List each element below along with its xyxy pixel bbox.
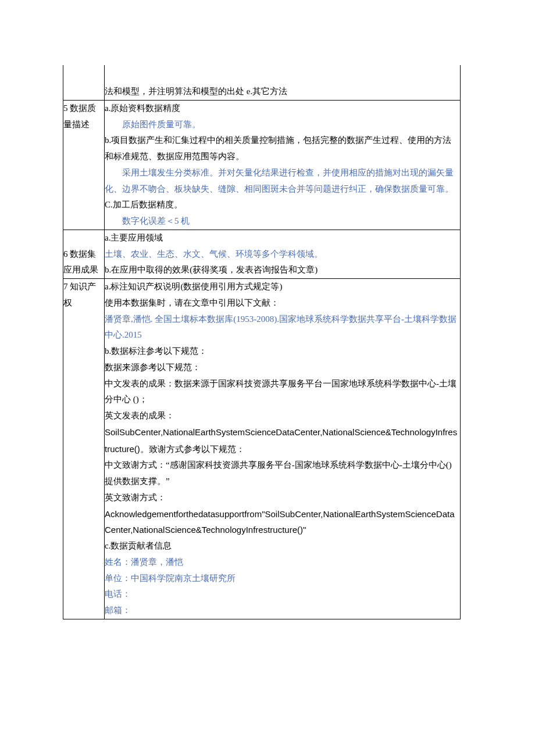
row5-a-label: a.原始资料数据精度 bbox=[105, 101, 458, 117]
row7-c-label: c.数据贡献者信息 bbox=[105, 538, 458, 554]
row7-b-cn-source: 中文发表的成果：数据来源于国家科技资源共享服务平台一国家地球系统科学数据中心-土… bbox=[105, 376, 458, 409]
row5-c-value: 数字化误差＜5 机 bbox=[105, 213, 458, 230]
row-7-label: 7 知识产权 bbox=[63, 282, 96, 307]
row-6: 6 数据集应用成果 a.主要应用领域 土壤、农业、生态、水文、气候、环境等多个学… bbox=[63, 230, 461, 278]
row-7: 7 知识产权 a.标注知识产权说明(数据使用引用方式规定等) 使用本数据集时，请… bbox=[63, 279, 461, 619]
row7-b-source-ref: 数据来源参考以下规范： bbox=[105, 360, 458, 376]
row7-b-en-label: 英文发表的成果： bbox=[105, 408, 458, 424]
row-7-content-cell: a.标注知识产权说明(数据使用引用方式规定等) 使用本数据集时，请在文章中引用以… bbox=[105, 279, 461, 619]
metadata-table: 法和模型，并注明算法和模型的出处 e.其它方法 5 数据质量描述 a.原始资料数… bbox=[63, 65, 461, 619]
row-4-content-cell: 法和模型，并注明算法和模型的出处 e.其它方法 bbox=[105, 65, 461, 100]
row-7-label-cell: 7 知识产权 bbox=[63, 279, 105, 619]
row7-c-name: 姓名：潘贤章，潘恺 bbox=[105, 554, 458, 571]
row-6-label-cell: 6 数据集应用成果 bbox=[63, 230, 105, 278]
row7-c-tel: 电话： bbox=[105, 586, 458, 603]
row5-b-value: 采用土壤发生分类标准。并对矢量化结果进行检查，并使用相应的措施对出现的漏矢量化、… bbox=[105, 165, 458, 198]
row7-a-citation: 潘贤章,潘恺. 全国土壤标本数据库(1953-2008).国家地球系统科学数据共… bbox=[105, 311, 458, 344]
row7-c-org: 单位：中国科学院南京土壤研究所 bbox=[105, 571, 458, 587]
row-6-content-cell: a.主要应用领域 土壤、农业、生态、水文、气候、环境等多个学科领域。 b.在应用… bbox=[105, 230, 461, 278]
row7-b-label: b.数据标注参考以下规范： bbox=[105, 343, 458, 360]
row6-a-label: a.主要应用领域 bbox=[105, 230, 458, 246]
row7-b-cn-ack: 中文致谢方式：“感谢国家科技资源共享服务平台-国家地球系统科学数据中心-土壤分中… bbox=[105, 457, 458, 490]
row-5-label-cell: 5 数据质量描述 bbox=[63, 100, 105, 230]
row7-b-en-ack: Acknowledgementforthedatasupportfrom"Soi… bbox=[105, 506, 458, 539]
row-6-label: 6 数据集应用成果 bbox=[63, 249, 98, 275]
row-4-label-cell bbox=[63, 65, 105, 100]
row5-b-label: b.项目数据产生和汇集过程中的相关质量控制措施，包括完整的数据产生过程、使用的方… bbox=[105, 132, 458, 165]
row5-c-label: C.加工后数据精度。 bbox=[105, 197, 458, 213]
row7-a-line1: 使用本数据集时，请在文章中引用以下文献： bbox=[105, 295, 458, 311]
row7-a-label: a.标注知识产权说明(数据使用引用方式规定等) bbox=[105, 279, 458, 295]
row5-a-value: 原始图件质量可靠。 bbox=[105, 117, 458, 133]
row7-b-en-source-wrap: SoilSubCenter,NationalEarthSystemScience… bbox=[105, 424, 458, 458]
row-5: 5 数据质量描述 a.原始资料数据精度 原始图件质量可靠。 b.项目数据产生和汇… bbox=[63, 100, 461, 230]
row6-a-value: 土壤、农业、生态、水文、气候、环境等多个学科领域。 bbox=[105, 246, 458, 263]
row7-c-mail: 邮箱： bbox=[105, 603, 458, 619]
row6-b-label: b.在应用中取得的效果(获得奖项，发表咨询报告和文章) bbox=[105, 262, 458, 278]
row-5-content-cell: a.原始资料数据精度 原始图件质量可靠。 b.项目数据产生和汇集过程中的相关质量… bbox=[105, 100, 461, 230]
document-page: 法和模型，并注明算法和模型的出处 e.其它方法 5 数据质量描述 a.原始资料数… bbox=[0, 0, 535, 756]
row4-tail-text: 法和模型，并注明算法和模型的出处 e.其它方法 bbox=[105, 87, 287, 96]
row7-b-en-ack-label: 英文致谢方式： bbox=[105, 490, 458, 506]
row-4-tail: 法和模型，并注明算法和模型的出处 e.其它方法 bbox=[63, 65, 461, 100]
row7-b-en-source-tail: 。致谢方式参考以下规范： bbox=[140, 445, 245, 454]
row-5-label: 5 数据质量描述 bbox=[63, 103, 96, 129]
